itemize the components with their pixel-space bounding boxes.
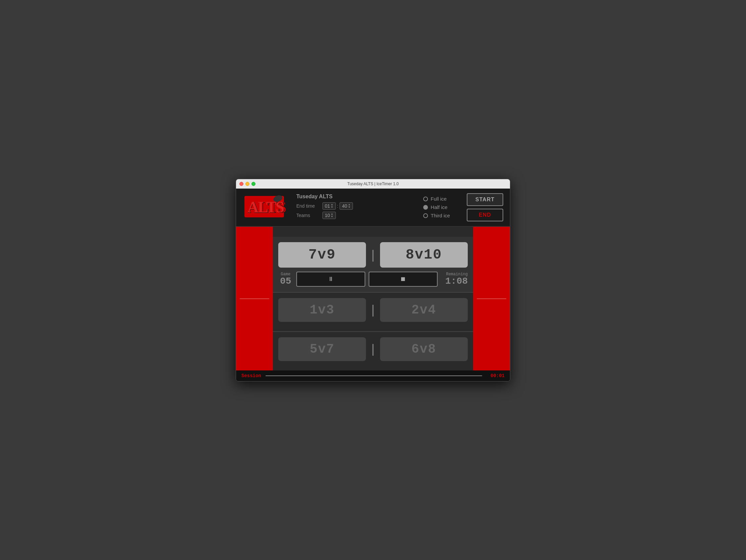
third-ice-option[interactable]: Third ice [423,213,450,218]
titlebar: Tuseday ALTS | IceTimer 1.0 [236,179,510,189]
right-matchup-text: 8v10 [405,247,442,263]
minimize-button[interactable] [246,182,250,186]
matchup-sep-upcoming: | [366,342,380,356]
minutes-stepper[interactable]: 40 ▲ ▼ [340,202,353,210]
start-button[interactable]: START [467,193,503,206]
upcoming-game-panel: 5v7 | 6v8 [273,332,473,370]
alts-logo: ALTS ALTS [243,193,286,220]
center-area: 7v9 | 8v10 Game 05 ⏸ ⏹ [273,227,473,370]
game-num-val: 05 [278,277,293,286]
left-matchup-active: 7v9 [278,242,366,268]
third-ice-radio[interactable] [423,213,428,218]
app-window: Tuseday ALTS | IceTimer 1.0 ALTS ALTS Tu… [236,179,510,382]
game-number-display: Game 05 [278,272,293,286]
teams-row: Teams 10 ▲ ▼ [296,212,413,219]
hours-arrows[interactable]: ▲ ▼ [331,203,334,209]
remaining-display: Remaining 1:08 [441,272,468,286]
right-matchup-upcoming: 6v8 [380,337,468,361]
session-bar: Session 00:01 [236,370,510,381]
time-display: 01 ▲ ▼ : 40 ▲ ▼ [322,202,353,210]
full-ice-option[interactable]: Full ice [423,196,450,202]
session-progress-bar [265,375,482,376]
hours-value: 01 [325,203,330,209]
left-divider [240,299,269,299]
full-ice-label: Full ice [431,196,447,202]
right-matchup-active: 8v10 [380,242,468,268]
stop-icon: ⏹ [400,276,406,283]
ice-options: Full ice Half ice Third ice [423,196,450,218]
pause-icon: ⏸ [328,276,334,283]
matchup-sep-next: | [366,303,380,317]
remaining-val: 1:08 [441,277,468,286]
right-matchup-next: 2v4 [380,298,468,322]
right-divider [477,299,506,299]
left-matchup-next-text: 1v3 [310,303,335,317]
session-name: Tuseday ALTS [296,194,413,200]
end-time-row: End time 01 ▲ ▼ : 40 ▲ ▼ [296,202,413,210]
hours-stepper[interactable]: 01 ▲ ▼ [322,202,336,210]
session-label: Session [241,373,261,379]
left-matchup-text: 7v9 [308,247,336,263]
session-info: Tuseday ALTS End time 01 ▲ ▼ : 40 [296,194,413,221]
teams-stepper[interactable]: 10 ▲ ▼ [322,212,336,219]
left-side-panel [236,227,273,370]
next-matchups-row: 1v3 | 2v4 [278,298,468,322]
third-ice-label: Third ice [431,213,450,218]
maximize-button[interactable] [252,182,256,186]
session-time: 00:01 [486,373,505,379]
right-matchup-upcoming-text: 6v8 [411,342,436,356]
logo-area: ALTS ALTS [243,193,286,221]
upcoming-matchups-row: 5v7 | 6v8 [278,337,468,361]
minutes-value: 40 [342,203,347,209]
stop-button[interactable]: ⏹ [369,272,438,287]
active-game-panel: 7v9 | 8v10 Game 05 ⏸ ⏹ [273,237,473,292]
right-matchup-next-text: 2v4 [411,303,436,317]
top-padding [273,227,473,237]
teams-value: 10 [325,213,330,218]
half-ice-label: Half ice [431,204,447,210]
main-content: 7v9 | 8v10 Game 05 ⏸ ⏹ [236,227,510,370]
teams-label: Teams [296,213,320,218]
end-button[interactable]: END [467,209,503,221]
left-matchup-next: 1v3 [278,298,366,322]
window-title: Tuseday ALTS | IceTimer 1.0 [347,181,398,186]
game-controls: Game 05 ⏸ ⏹ Remaining 1:08 [278,272,468,287]
next-game-panel: 1v3 | 2v4 [273,293,473,331]
pause-button[interactable]: ⏸ [296,272,365,287]
full-ice-radio[interactable] [423,197,428,201]
time-colon: : [337,203,339,209]
right-side-panel [473,227,510,370]
left-matchup-upcoming: 5v7 [278,337,366,361]
action-buttons: START END [467,193,503,221]
half-ice-radio[interactable] [423,205,428,210]
end-time-label: End time [296,203,320,209]
half-ice-option[interactable]: Half ice [423,204,450,210]
teams-arrows[interactable]: ▲ ▼ [331,213,334,218]
active-matchups-row: 7v9 | 8v10 [278,242,468,268]
traffic-lights [239,182,256,186]
left-matchup-upcoming-text: 5v7 [310,342,335,356]
close-button[interactable] [239,182,243,186]
minutes-arrows[interactable]: ▲ ▼ [348,203,350,209]
header: ALTS ALTS Tuseday ALTS End time 01 ▲ ▼ [236,189,510,227]
matchup-sep-active: | [366,248,380,262]
